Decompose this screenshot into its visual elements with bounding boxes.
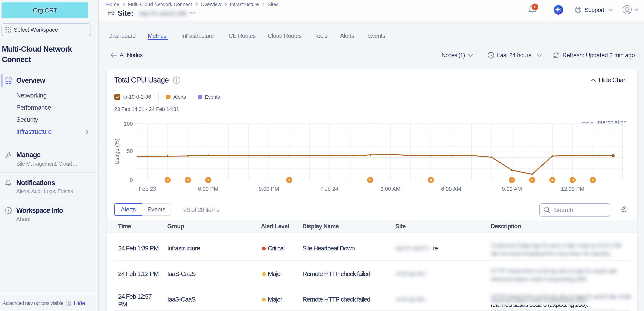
svg-text:2: 2 xyxy=(187,178,189,182)
svg-text:2: 2 xyxy=(166,178,169,182)
svg-text:4: 4 xyxy=(551,178,554,182)
svg-text:4: 4 xyxy=(430,178,432,182)
svg-text:2: 2 xyxy=(531,178,533,182)
svg-text:3: 3 xyxy=(572,178,574,182)
svg-text:1: 1 xyxy=(207,178,209,182)
svg-text:aws: aws xyxy=(108,10,115,14)
svg-text:1: 1 xyxy=(288,178,290,182)
svg-text:1: 1 xyxy=(511,178,513,182)
svg-text:5: 5 xyxy=(369,178,371,182)
svg-text:9+: 9+ xyxy=(533,5,537,9)
svg-text:2: 2 xyxy=(592,178,594,182)
